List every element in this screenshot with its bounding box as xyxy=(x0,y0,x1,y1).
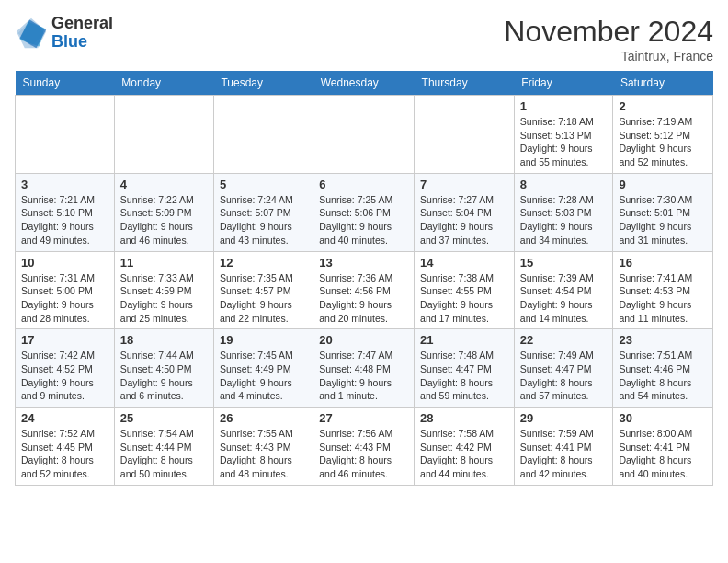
day-number: 1 xyxy=(520,99,608,113)
calendar-header-row: SundayMondayTuesdayWednesdayThursdayFrid… xyxy=(16,71,713,96)
day-info: Sunrise: 7:25 AMSunset: 5:06 PMDaylight:… xyxy=(319,193,408,247)
day-number: 21 xyxy=(420,333,508,347)
calendar-cell: 2Sunrise: 7:19 AMSunset: 5:12 PMDaylight… xyxy=(613,96,713,174)
calendar-cell: 25Sunrise: 7:54 AMSunset: 4:44 PMDayligh… xyxy=(114,408,213,486)
weekday-header: Tuesday xyxy=(213,71,313,96)
calendar-cell: 27Sunrise: 7:56 AMSunset: 4:43 PMDayligh… xyxy=(313,408,415,486)
calendar-cell: 14Sunrise: 7:38 AMSunset: 4:55 PMDayligh… xyxy=(415,251,515,329)
calendar-cell: 29Sunrise: 7:59 AMSunset: 4:41 PMDayligh… xyxy=(514,408,613,486)
calendar-cell xyxy=(415,96,515,174)
weekday-header: Sunday xyxy=(16,71,115,96)
day-info: Sunrise: 7:39 AMSunset: 4:54 PMDaylight:… xyxy=(520,271,608,326)
day-info: Sunrise: 8:00 AMSunset: 4:41 PMDaylight:… xyxy=(619,427,707,481)
calendar-cell: 11Sunrise: 7:33 AMSunset: 4:59 PMDayligh… xyxy=(114,251,213,329)
calendar-week-row: 1Sunrise: 7:18 AMSunset: 5:13 PMDaylight… xyxy=(16,96,713,174)
weekday-header: Monday xyxy=(114,71,213,96)
day-info: Sunrise: 7:21 AMSunset: 5:10 PMDaylight:… xyxy=(21,193,108,247)
calendar-cell: 19Sunrise: 7:45 AMSunset: 4:49 PMDayligh… xyxy=(213,329,313,408)
weekday-header: Saturday xyxy=(613,71,713,96)
day-info: Sunrise: 7:55 AMSunset: 4:43 PMDaylight:… xyxy=(220,427,307,481)
day-number: 23 xyxy=(619,333,707,347)
calendar-cell: 22Sunrise: 7:49 AMSunset: 4:47 PMDayligh… xyxy=(514,329,613,408)
day-info: Sunrise: 7:52 AMSunset: 4:45 PMDaylight:… xyxy=(21,427,108,481)
calendar-cell: 10Sunrise: 7:31 AMSunset: 5:00 PMDayligh… xyxy=(16,251,115,329)
day-info: Sunrise: 7:19 AMSunset: 5:12 PMDaylight:… xyxy=(619,115,707,169)
day-info: Sunrise: 7:30 AMSunset: 5:01 PMDaylight:… xyxy=(619,193,707,247)
calendar-cell: 3Sunrise: 7:21 AMSunset: 5:10 PMDaylight… xyxy=(16,173,115,251)
day-info: Sunrise: 7:42 AMSunset: 4:52 PMDaylight:… xyxy=(21,349,108,403)
day-info: Sunrise: 7:28 AMSunset: 5:03 PMDaylight:… xyxy=(520,193,608,247)
day-number: 13 xyxy=(319,256,408,270)
calendar-cell: 9Sunrise: 7:30 AMSunset: 5:01 PMDaylight… xyxy=(613,173,713,251)
calendar-cell xyxy=(213,96,313,174)
calendar-cell: 18Sunrise: 7:44 AMSunset: 4:50 PMDayligh… xyxy=(114,329,213,408)
weekday-header: Friday xyxy=(514,71,613,96)
calendar-cell: 13Sunrise: 7:36 AMSunset: 4:56 PMDayligh… xyxy=(313,251,415,329)
day-number: 2 xyxy=(619,99,707,113)
calendar-week-row: 10Sunrise: 7:31 AMSunset: 5:00 PMDayligh… xyxy=(16,251,713,329)
day-info: Sunrise: 7:31 AMSunset: 5:00 PMDaylight:… xyxy=(21,271,108,326)
day-number: 22 xyxy=(520,333,608,347)
day-info: Sunrise: 7:49 AMSunset: 4:47 PMDaylight:… xyxy=(520,349,608,403)
calendar-cell: 1Sunrise: 7:18 AMSunset: 5:13 PMDaylight… xyxy=(514,96,613,174)
logo-text: General Blue xyxy=(51,15,113,52)
calendar-cell: 21Sunrise: 7:48 AMSunset: 4:47 PMDayligh… xyxy=(415,329,515,408)
calendar-cell: 28Sunrise: 7:58 AMSunset: 4:42 PMDayligh… xyxy=(415,408,515,486)
calendar-cell: 12Sunrise: 7:35 AMSunset: 4:57 PMDayligh… xyxy=(213,251,313,329)
logo-icon xyxy=(15,17,48,50)
day-info: Sunrise: 7:33 AMSunset: 4:59 PMDaylight:… xyxy=(120,271,208,326)
day-info: Sunrise: 7:48 AMSunset: 4:47 PMDaylight:… xyxy=(420,349,508,403)
calendar-cell: 23Sunrise: 7:51 AMSunset: 4:46 PMDayligh… xyxy=(613,329,713,408)
calendar-week-row: 17Sunrise: 7:42 AMSunset: 4:52 PMDayligh… xyxy=(16,329,713,408)
day-info: Sunrise: 7:36 AMSunset: 4:56 PMDaylight:… xyxy=(319,271,408,326)
day-number: 15 xyxy=(520,256,608,270)
day-info: Sunrise: 7:47 AMSunset: 4:48 PMDaylight:… xyxy=(319,349,408,403)
day-number: 26 xyxy=(220,411,307,425)
calendar-cell xyxy=(16,96,115,174)
day-number: 8 xyxy=(520,178,608,191)
day-number: 11 xyxy=(120,256,208,270)
calendar-cell: 20Sunrise: 7:47 AMSunset: 4:48 PMDayligh… xyxy=(313,329,415,408)
calendar-cell xyxy=(114,96,213,174)
title-area: November 2024 Taintrux, France xyxy=(504,15,713,63)
calendar-cell: 8Sunrise: 7:28 AMSunset: 5:03 PMDaylight… xyxy=(514,173,613,251)
calendar-cell: 24Sunrise: 7:52 AMSunset: 4:45 PMDayligh… xyxy=(16,408,115,486)
calendar-table: SundayMondayTuesdayWednesdayThursdayFrid… xyxy=(15,71,713,486)
day-number: 18 xyxy=(120,333,208,347)
day-number: 6 xyxy=(319,178,408,191)
day-info: Sunrise: 7:18 AMSunset: 5:13 PMDaylight:… xyxy=(520,115,608,169)
day-info: Sunrise: 7:27 AMSunset: 5:04 PMDaylight:… xyxy=(420,193,508,247)
day-number: 30 xyxy=(619,411,707,425)
day-info: Sunrise: 7:45 AMSunset: 4:49 PMDaylight:… xyxy=(220,349,307,403)
day-info: Sunrise: 7:41 AMSunset: 4:53 PMDaylight:… xyxy=(619,271,707,326)
calendar-cell: 26Sunrise: 7:55 AMSunset: 4:43 PMDayligh… xyxy=(213,408,313,486)
day-info: Sunrise: 7:38 AMSunset: 4:55 PMDaylight:… xyxy=(420,271,508,326)
day-number: 12 xyxy=(220,256,307,270)
day-info: Sunrise: 7:54 AMSunset: 4:44 PMDaylight:… xyxy=(120,427,208,481)
logo: General Blue xyxy=(15,15,113,52)
day-number: 16 xyxy=(619,256,707,270)
calendar-cell: 30Sunrise: 8:00 AMSunset: 4:41 PMDayligh… xyxy=(613,408,713,486)
day-info: Sunrise: 7:44 AMSunset: 4:50 PMDaylight:… xyxy=(120,349,208,403)
day-number: 24 xyxy=(21,411,108,425)
calendar-week-row: 3Sunrise: 7:21 AMSunset: 5:10 PMDaylight… xyxy=(16,173,713,251)
day-info: Sunrise: 7:59 AMSunset: 4:41 PMDaylight:… xyxy=(520,427,608,481)
day-number: 5 xyxy=(220,178,307,191)
day-number: 17 xyxy=(21,333,108,347)
day-number: 27 xyxy=(319,411,408,425)
calendar-cell: 17Sunrise: 7:42 AMSunset: 4:52 PMDayligh… xyxy=(16,329,115,408)
day-info: Sunrise: 7:56 AMSunset: 4:43 PMDaylight:… xyxy=(319,427,408,481)
calendar-week-row: 24Sunrise: 7:52 AMSunset: 4:45 PMDayligh… xyxy=(16,408,713,486)
weekday-header: Thursday xyxy=(415,71,515,96)
day-info: Sunrise: 7:58 AMSunset: 4:42 PMDaylight:… xyxy=(420,427,508,481)
calendar-cell: 15Sunrise: 7:39 AMSunset: 4:54 PMDayligh… xyxy=(514,251,613,329)
day-info: Sunrise: 7:24 AMSunset: 5:07 PMDaylight:… xyxy=(220,193,307,247)
calendar-cell: 5Sunrise: 7:24 AMSunset: 5:07 PMDaylight… xyxy=(213,173,313,251)
day-number: 4 xyxy=(120,178,208,191)
weekday-header: Wednesday xyxy=(313,71,415,96)
calendar-cell xyxy=(313,96,415,174)
day-info: Sunrise: 7:35 AMSunset: 4:57 PMDaylight:… xyxy=(220,271,307,326)
day-number: 19 xyxy=(220,333,307,347)
page-header: General Blue November 2024 Taintrux, Fra… xyxy=(15,15,713,63)
day-number: 9 xyxy=(619,178,707,191)
